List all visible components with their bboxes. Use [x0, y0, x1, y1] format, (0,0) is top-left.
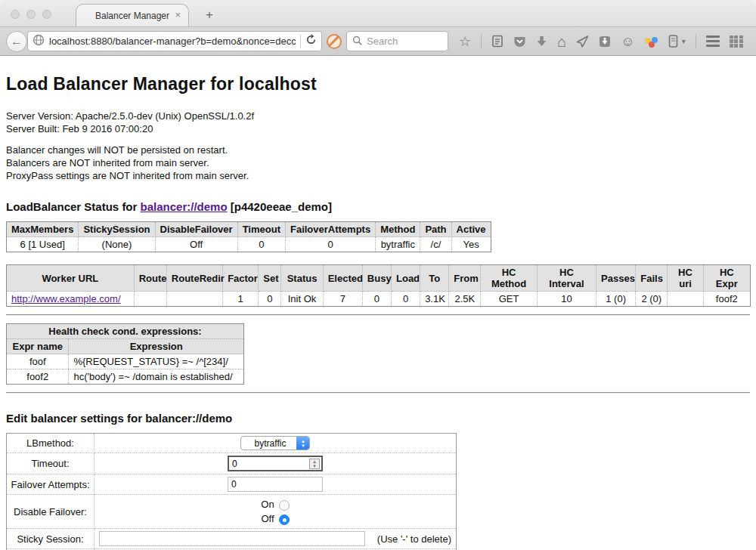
close-window-button[interactable]	[11, 10, 20, 19]
tab-close-icon[interactable]: ×	[175, 9, 181, 20]
worker-table: Worker URL Route RouteRedir Factor Set S…	[6, 264, 751, 307]
table-row: foof2 hc('body') =~ /domain is establish…	[7, 369, 244, 385]
cell-elected: 7	[323, 292, 362, 307]
cell-hc-expr: foof2	[703, 292, 750, 307]
failover-attempts-input[interactable]	[228, 477, 323, 492]
cell-fails: 2 (0)	[636, 292, 668, 307]
cell-path: /c/	[420, 237, 451, 252]
note-persist: Balancer changes will NOT be persisted o…	[6, 144, 750, 156]
col-set: Set	[259, 265, 281, 292]
failover-attempts-label: Failover Attempts:	[7, 474, 94, 495]
balancer-status-table: MaxMembers StickySession DisableFailover…	[6, 221, 491, 252]
col-status: Status	[281, 265, 323, 292]
search-input[interactable]: Search	[367, 36, 398, 47]
url-bar[interactable]: localhost:8880/balancer-manager?b=demo&n…	[27, 31, 322, 51]
table-row: foof %{REQUEST_STATUS} =~ /^[234]/	[7, 354, 244, 369]
worker-url-link[interactable]: http://www.example.com/	[11, 293, 121, 304]
navigation-toolbar: ← localhost:8880/balancer-manager?b=demo…	[0, 27, 756, 56]
search-bar[interactable]: Search	[346, 31, 448, 51]
menu-icon[interactable]	[706, 36, 720, 47]
download-panel-icon[interactable]	[599, 36, 611, 48]
status-heading-suffix: [p4420eeae_demo]	[228, 200, 332, 213]
color-dots-icon[interactable]	[645, 36, 658, 48]
notes-icon[interactable]	[668, 35, 678, 48]
loadbalancer-status-heading: LoadBalancer Status for balancer://demo …	[6, 200, 750, 213]
col-hc-uri: HC uri	[668, 265, 703, 292]
zoom-window-button[interactable]	[42, 10, 51, 19]
form-row-disable-failover: Disable Failover: On Off	[7, 495, 457, 529]
col-maxmembers: MaxMembers	[7, 222, 79, 237]
url-input[interactable]: localhost:8880/balancer-manager?b=demo&n…	[49, 36, 296, 47]
form-row-lbmethod: LBmethod: bytraffic ▲▼	[7, 434, 457, 453]
timeout-label: Timeout:	[7, 453, 94, 474]
server-built: Server Built: Feb 9 2016 07:00:20	[6, 122, 750, 135]
cell-hc-interval: 10	[537, 292, 596, 307]
window-controls	[11, 10, 51, 19]
bookmark-star-icon[interactable]: ☆	[459, 35, 471, 48]
cell-passes: 1 (0)	[596, 292, 636, 307]
col-hc-interval: HC Interval	[537, 265, 596, 292]
tab-grid-icon[interactable]	[730, 36, 743, 48]
form-row-sticky-session: Sticky Session: (Use '-' to delete)	[7, 529, 457, 549]
page-title: Load Balancer Manager for localhost	[6, 74, 750, 94]
table-row: 6 [1 Used] (None) Off 0 0 bytraffic /c/ …	[7, 237, 491, 252]
cell-hc-method: GET	[481, 292, 537, 307]
status-heading-prefix: LoadBalancer Status for	[6, 200, 141, 213]
downloads-icon[interactable]	[536, 36, 547, 48]
cell-to: 3.1K	[420, 292, 449, 307]
divider	[6, 314, 750, 316]
content-block-icon[interactable]	[327, 34, 342, 49]
minimize-window-button[interactable]	[26, 10, 36, 19]
timeout-input[interactable]	[232, 459, 309, 469]
home-icon[interactable]: ⌂	[557, 34, 566, 49]
cell-expression: %{REQUEST_STATUS} =~ /^[234]/	[69, 354, 244, 369]
cell-from: 2.5K	[449, 292, 481, 307]
col-routeredir: RouteRedir	[166, 265, 222, 292]
new-tab-button[interactable]: +	[201, 8, 218, 23]
cell-method: bytraffic	[376, 237, 420, 252]
sticky-session-input[interactable]	[99, 531, 365, 546]
lbmethod-selected-value: bytraffic	[241, 437, 297, 450]
col-load: Load	[392, 265, 420, 292]
cell-set: 0	[259, 292, 281, 307]
cell-load: 0	[392, 292, 420, 307]
cell-failoverattempts: 0	[285, 237, 375, 252]
col-path: Path	[420, 222, 451, 237]
note-inherit: Balancers are NOT inherited from main se…	[6, 156, 750, 169]
note-proxypass: ProxyPass settings are NOT inherited fro…	[6, 169, 750, 182]
pocket-icon[interactable]	[513, 36, 526, 48]
reload-icon[interactable]	[305, 34, 317, 48]
sticky-session-hint: (Use '-' to delete)	[377, 533, 451, 545]
radio-on[interactable]	[279, 500, 290, 511]
cell-maxmembers: 6 [1 Used]	[7, 237, 79, 252]
col-hc-expr: HC Expr	[703, 265, 750, 292]
table-row: http://www.example.com/ 1 0 Init Ok 7 0 …	[7, 292, 751, 307]
feedback-smiley-icon[interactable]: ☺	[621, 35, 634, 48]
radio-off-label: Off	[261, 513, 274, 524]
reading-list-icon[interactable]	[491, 35, 503, 48]
col-disablefailover: DisableFailover	[155, 222, 237, 237]
number-spinner-icon[interactable]: ▲▼	[309, 459, 320, 469]
edit-balancer-form: LBmethod: bytraffic ▲▼ Timeout: ▲▼	[6, 433, 457, 550]
col-elected: Elected	[323, 265, 362, 292]
page-content: Load Balancer Manager for localhost Serv…	[0, 56, 756, 550]
col-stickysession: StickySession	[79, 222, 155, 237]
lbmethod-label: LBmethod:	[7, 434, 94, 453]
col-worker-url: Worker URL	[7, 265, 135, 292]
send-plane-icon[interactable]	[576, 36, 589, 48]
lbmethod-select[interactable]: bytraffic ▲▼	[240, 436, 311, 450]
health-table-title: Health check cond. expressions:	[7, 324, 244, 339]
cell-route	[134, 292, 166, 307]
tab-balancer-manager[interactable]: Balancer Manager ×	[76, 4, 189, 26]
cell-factor: 1	[223, 292, 259, 307]
toolbar-divider-2	[696, 34, 696, 49]
cell-routeredir	[166, 292, 222, 307]
chevron-down-icon[interactable]: ▾	[682, 37, 686, 45]
back-button[interactable]: ←	[6, 31, 27, 52]
cell-expr-name: foof2	[7, 369, 69, 385]
radio-off[interactable]	[279, 514, 290, 525]
col-to: To	[420, 265, 449, 292]
col-hc-method: HC Method	[481, 265, 537, 292]
balancer-demo-link[interactable]: balancer://demo	[141, 200, 228, 213]
cell-hc-uri	[668, 292, 703, 307]
